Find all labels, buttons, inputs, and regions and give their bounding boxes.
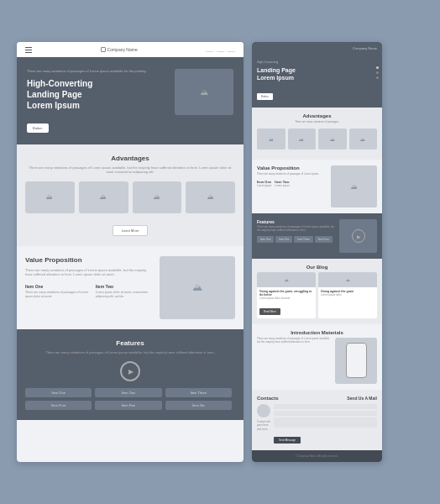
right-value-text: Value Proposition There are many variati… [257, 165, 327, 207]
r-value-item-1: Item One Lorem ipsum [257, 180, 271, 188]
form-field-2[interactable] [274, 411, 377, 416]
right-blog-post-2-content: Going against the grain Lorem ipsum dolo… [318, 287, 377, 300]
main-container: Company Name ____ ____ ____ There are ma… [0, 25, 440, 479]
hero-image: ⛰ [175, 69, 233, 115]
features-desc: There are many variations of passages of… [25, 350, 235, 355]
form-field-1[interactable] [274, 404, 377, 409]
right-advantages-title: Advantages [257, 113, 377, 118]
right-advantages: Advantages There are many variations of … [252, 108, 382, 160]
left-features: Features There are many variations of pa… [17, 329, 244, 421]
left-hero: There are many variations of passages of… [17, 57, 244, 144]
feature-label-3: Item Three [168, 391, 229, 395]
r-feat-btn-3[interactable]: Item Three [294, 236, 312, 243]
feature-item-4: Item Four [25, 401, 92, 410]
feature-label-1: Item One [28, 391, 89, 395]
r-card-4: ⛰ [349, 129, 378, 150]
left-value-prop: Value Proposition There are many variati… [17, 246, 244, 329]
right-form-title: Send Us A Mail [347, 396, 377, 401]
right-intro-inner: There are many variations of passages of… [257, 338, 377, 384]
right-intro-text: There are many variations of passages of… [257, 338, 332, 344]
dot-1 [376, 66, 379, 69]
r-feat-btn-4[interactable]: Item Four [315, 236, 333, 243]
right-value-inner: Value Proposition There are many variati… [257, 165, 377, 207]
hero-button[interactable]: Button [27, 123, 49, 133]
image-placeholder-icon: ⛰ [200, 87, 208, 97]
right-feature-buttons: Item One Item Two Item Three Item Four [257, 236, 336, 243]
right-footer: © Company Name. All rights reserved. [252, 450, 382, 462]
wireframe-left: Company Name ____ ____ ____ There are ma… [17, 42, 244, 462]
card-icon-1: ⛰ [46, 193, 53, 201]
right-contact-form: Send Message [274, 404, 377, 444]
feature-item-3: Item Three [165, 388, 232, 397]
nav-links: ____ ____ ____ [206, 48, 235, 52]
right-contacts-inner: Contact infogoes hereand more Send Messa… [257, 404, 377, 444]
right-hero-title: Landing PageLorem Ipsum [257, 66, 377, 81]
value-items: Item One There are many variations of pa… [25, 284, 153, 299]
advantages-desc: There are many variations of passages of… [25, 165, 235, 175]
r-card-2: ⛰ [288, 129, 317, 150]
value-item-2-desc: Lorem ipsum dolor sit amet, consectetur … [96, 291, 153, 299]
right-blog-read-more[interactable]: Read More [259, 308, 280, 315]
right-value-desc: There are many variations of passages of… [257, 173, 327, 176]
right-value-image: ⛰ [331, 165, 377, 207]
right-intro-image [335, 338, 377, 384]
card-1: ⛰ [25, 181, 75, 213]
value-item-1-desc: There are many variations of passages of… [25, 291, 89, 299]
value-item-1-title: Item One [25, 284, 89, 289]
right-blog-post-1: ⛰ Going against the grain, struggling to… [257, 272, 316, 318]
right-play-button[interactable]: ▶ [352, 229, 365, 243]
card-icon-4: ⛰ [207, 193, 214, 201]
value-desc: There are many variations of passages of… [25, 268, 153, 277]
feature-label-6: Item Six [168, 403, 229, 407]
right-blog-title: Our Blog [257, 265, 377, 270]
card-icon-2: ⛰ [100, 193, 107, 201]
hero-title: High-ConvertingLanding PageLorem Ipsum [27, 78, 168, 111]
right-features-title: Features [257, 219, 336, 224]
dot-3 [376, 76, 379, 79]
learn-more-button[interactable]: Learn More [113, 225, 148, 236]
right-blog-post-2-img: ⛰ [318, 272, 377, 287]
right-logo: Company Name [353, 46, 377, 50]
value-item-1: Item One There are many variations of pa… [25, 284, 89, 299]
right-features-desc: There are many variations of passages of… [257, 226, 336, 233]
hero-text: There are many variations of passages of… [27, 69, 168, 133]
right-blog-post-2-text: Lorem ipsum dolor [321, 294, 375, 297]
hamburger-icon[interactable] [25, 47, 32, 53]
advantages-cards: ⛰ ⛰ ⛰ ⛰ [25, 181, 235, 213]
right-features-left: Features There are many variations of pa… [257, 219, 336, 243]
r-feat-btn-1[interactable]: Item One [257, 236, 274, 243]
right-cards: ⛰ ⛰ ⛰ ⛰ [257, 129, 377, 150]
r-feat-btn-2[interactable]: Item Two [275, 236, 292, 243]
right-hero-button[interactable]: Button [257, 93, 273, 100]
left-advantages: Advantages There are many variations of … [17, 144, 244, 246]
r-value-item-2: Item Two Lorem ipsum [275, 180, 289, 188]
wireframe-right: Company Name High-Converting Landing Pag… [252, 42, 382, 462]
right-blog-post-1-text: Lorem ipsum dolor sit amet [259, 297, 313, 301]
right-contacts-header: Contacts Send Us A Mail [257, 396, 377, 401]
right-contacts: Contacts Send Us A Mail Contact infogoes… [252, 390, 382, 450]
right-intro-title: Introduction Materials [257, 330, 377, 335]
value-item-2-title: Item Two [96, 284, 153, 289]
form-field-3[interactable] [274, 417, 377, 428]
feature-item-5: Item Five [95, 401, 161, 410]
card-2: ⛰ [79, 181, 128, 213]
value-title: Value Proposition [25, 256, 153, 264]
feature-label-5: Item Five [97, 403, 159, 407]
right-value-title: Value Proposition [257, 165, 327, 171]
form-submit-button[interactable]: Send Message [274, 437, 301, 444]
right-blog-posts: ⛰ Going against the grain, struggling to… [257, 272, 377, 318]
right-blog-post-1-content: Going against the grain, struggling to d… [257, 287, 316, 318]
dot-2 [376, 71, 379, 74]
hero-small-text: There are many variations of passages of… [27, 69, 168, 74]
right-intro-desc: There are many variations of passages of… [257, 338, 332, 344]
right-features-inner: Features There are many variations of pa… [257, 219, 377, 253]
features-title: Features [25, 339, 235, 347]
right-features-image: ▶ [339, 219, 377, 253]
play-button[interactable]: ▶ [120, 361, 140, 381]
phone-icon [346, 343, 367, 378]
contact-avatar [257, 404, 270, 417]
r-card-3: ⛰ [318, 129, 347, 150]
feature-grid: Item One Item Two Item Three Item Four I… [25, 388, 235, 410]
right-value: Value Proposition There are many variati… [252, 160, 382, 213]
card-icon-3: ⛰ [154, 193, 160, 201]
